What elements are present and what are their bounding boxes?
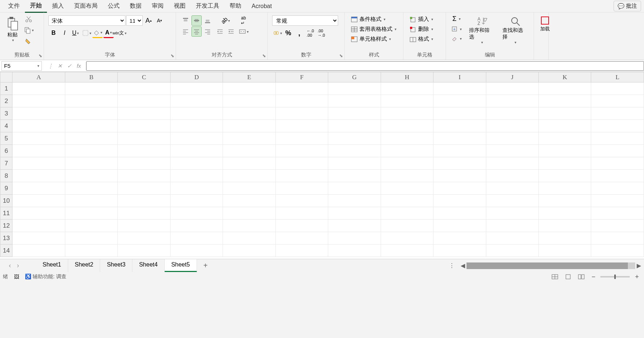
- cell[interactable]: [539, 195, 591, 207]
- cell[interactable]: [486, 95, 538, 107]
- sheet-nav-next[interactable]: ›: [17, 262, 19, 269]
- cell[interactable]: [591, 195, 644, 207]
- cell[interactable]: [118, 132, 170, 145]
- decrease-font-button[interactable]: A▾: [154, 15, 165, 26]
- cell[interactable]: [223, 245, 275, 257]
- cut-button[interactable]: [23, 14, 34, 24]
- cell[interactable]: [433, 107, 486, 120]
- cell[interactable]: [275, 82, 328, 95]
- col-header-B[interactable]: B: [65, 72, 117, 82]
- cell[interactable]: [433, 145, 486, 157]
- row-header[interactable]: 8: [0, 170, 12, 182]
- cell[interactable]: [539, 220, 591, 232]
- cell[interactable]: [65, 82, 117, 95]
- cell[interactable]: [433, 182, 486, 195]
- copy-button[interactable]: ▾: [23, 25, 34, 35]
- cell[interactable]: [328, 82, 381, 95]
- cell[interactable]: [591, 120, 644, 132]
- cell[interactable]: [223, 232, 275, 245]
- sheet-nav-prev[interactable]: ‹: [9, 262, 11, 269]
- cell[interactable]: [170, 132, 223, 145]
- sort-filter-button[interactable]: AZ 排序和筛选 ▾: [466, 14, 497, 46]
- italic-button[interactable]: I: [59, 28, 70, 38]
- increase-decimal-button[interactable]: ←.0.00: [305, 28, 315, 38]
- find-select-button[interactable]: 查找和选择 ▾: [500, 14, 531, 46]
- cell[interactable]: [275, 95, 328, 107]
- zoom-slider[interactable]: [600, 276, 630, 278]
- formula-fx-button[interactable]: fx: [75, 62, 83, 70]
- row-header[interactable]: 10: [0, 195, 12, 207]
- accounting-format-button[interactable]: ▾: [272, 28, 282, 38]
- cell[interactable]: [65, 182, 117, 195]
- col-header-J[interactable]: J: [486, 72, 538, 82]
- cell[interactable]: [170, 82, 223, 95]
- cell[interactable]: [381, 82, 433, 95]
- cell[interactable]: [328, 170, 381, 182]
- addins-button[interactable]: 加载: [537, 14, 553, 34]
- cell[interactable]: [118, 145, 170, 157]
- row-header[interactable]: 13: [0, 232, 12, 245]
- alignment-launcher[interactable]: ⬊: [262, 53, 266, 58]
- menu-acrobat[interactable]: Acrobat: [246, 1, 277, 12]
- cell[interactable]: [223, 132, 275, 145]
- menu-help[interactable]: 帮助: [224, 0, 246, 12]
- cell[interactable]: [118, 170, 170, 182]
- col-header-I[interactable]: I: [433, 72, 486, 82]
- cell[interactable]: [170, 145, 223, 157]
- cell[interactable]: [486, 157, 538, 170]
- cell[interactable]: [381, 232, 433, 245]
- cell[interactable]: [591, 245, 644, 257]
- select-all-corner[interactable]: [0, 72, 12, 82]
- phonetic-button[interactable]: wén文▾: [114, 28, 125, 38]
- cell[interactable]: [223, 195, 275, 207]
- cell[interactable]: [275, 195, 328, 207]
- cell[interactable]: [275, 120, 328, 132]
- col-header-H[interactable]: H: [381, 72, 433, 82]
- cell[interactable]: [170, 220, 223, 232]
- cell[interactable]: [223, 207, 275, 220]
- cell[interactable]: [170, 95, 223, 107]
- cell[interactable]: [12, 195, 65, 207]
- cell[interactable]: [65, 220, 117, 232]
- cell[interactable]: [223, 82, 275, 95]
- border-button[interactable]: ▾: [81, 28, 92, 38]
- font-launcher[interactable]: ⬊: [171, 53, 174, 58]
- cell[interactable]: [591, 170, 644, 182]
- cell[interactable]: [275, 245, 328, 257]
- row-header[interactable]: 9: [0, 182, 12, 195]
- menu-dev-tools[interactable]: 开发工具: [191, 0, 224, 12]
- cell[interactable]: [170, 157, 223, 170]
- clear-button[interactable]: ▾: [449, 34, 464, 43]
- cell[interactable]: [275, 145, 328, 157]
- cell[interactable]: [591, 95, 644, 107]
- cell[interactable]: [223, 157, 275, 170]
- cell[interactable]: [170, 232, 223, 245]
- cell[interactable]: [539, 232, 591, 245]
- cell[interactable]: [170, 170, 223, 182]
- row-header[interactable]: 1: [0, 82, 12, 95]
- cell[interactable]: [12, 207, 65, 220]
- cell[interactable]: [381, 95, 433, 107]
- cell[interactable]: [65, 195, 117, 207]
- font-color-button[interactable]: A▾: [103, 28, 114, 38]
- cell[interactable]: [65, 232, 117, 245]
- fill-button[interactable]: ▾: [449, 25, 464, 33]
- cell[interactable]: [118, 220, 170, 232]
- cell[interactable]: [170, 207, 223, 220]
- cell[interactable]: [223, 107, 275, 120]
- cell[interactable]: [539, 182, 591, 195]
- cell[interactable]: [118, 195, 170, 207]
- cell[interactable]: [275, 132, 328, 145]
- cell[interactable]: [65, 207, 117, 220]
- increase-indent-button[interactable]: [226, 26, 236, 37]
- cell[interactable]: [486, 170, 538, 182]
- cell[interactable]: [12, 220, 65, 232]
- menu-insert[interactable]: 插入: [47, 0, 69, 12]
- cell[interactable]: [12, 132, 65, 145]
- cell[interactable]: [118, 120, 170, 132]
- cell[interactable]: [223, 95, 275, 107]
- cell[interactable]: [539, 120, 591, 132]
- cell[interactable]: [328, 195, 381, 207]
- cell[interactable]: [275, 220, 328, 232]
- cell[interactable]: [12, 95, 65, 107]
